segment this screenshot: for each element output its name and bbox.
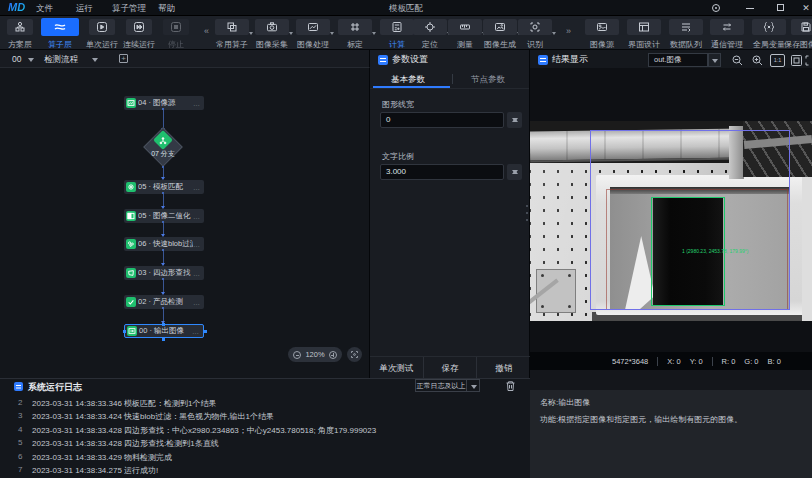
flow-node-binarization[interactable]: 05 · 图像二值化 …: [124, 209, 204, 223]
tab-separator: [452, 74, 453, 84]
flow-tab-id[interactable]: 00: [12, 54, 21, 64]
calculation-icon: [391, 21, 403, 33]
maximize-button[interactable]: [777, 4, 784, 11]
flow-node-template-match[interactable]: 05 · 模板匹配 …: [124, 180, 204, 194]
operator-layer-icon: [53, 21, 67, 33]
collapse-left-icon[interactable]: «: [204, 26, 209, 36]
minimize-button[interactable]: [746, 8, 754, 9]
positioning-button[interactable]: [413, 19, 447, 35]
expand-icon[interactable]: [804, 54, 812, 67]
node-menu-dots[interactable]: …: [193, 100, 201, 107]
add-flow-icon[interactable]: +: [119, 54, 128, 63]
recognition-label: 识别: [514, 39, 556, 50]
solution-layer-button[interactable]: [7, 19, 33, 35]
flow-fit-button[interactable]: [347, 347, 362, 362]
tab-node-params[interactable]: 节点参数: [471, 74, 505, 86]
output-select-arrow[interactable]: [708, 53, 721, 67]
image-info-bar: 5472*3648 X: 0 Y: 0 R: 0 G: 0 B: 0: [530, 352, 812, 370]
log-row[interactable]: 62023-03-31 14:38:33.429 物料检测完成: [0, 452, 530, 465]
pixel-r: R: 0: [722, 357, 736, 366]
text-scale-stepper[interactable]: [507, 164, 522, 180]
node-menu-dots[interactable]: …: [193, 213, 201, 220]
text-scale-input[interactable]: 3.000: [380, 164, 504, 180]
pixel-g: G: 0: [744, 357, 758, 366]
ui-design-button[interactable]: [627, 19, 661, 35]
operator-layer-button[interactable]: [41, 18, 79, 36]
clear-log-button[interactable]: [505, 380, 516, 392]
splitter-handle[interactable]: [526, 212, 528, 214]
image-acquisition-button[interactable]: [255, 19, 289, 35]
log-row[interactable]: 32023-03-31 14:38:33.424 快速blob过滤：黑色视为物件…: [0, 411, 530, 424]
log-filter-select[interactable]: 正常日志及以上: [415, 379, 467, 392]
splitter-handle[interactable]: [526, 219, 528, 221]
image-processing-button[interactable]: [296, 19, 330, 35]
single-test-button[interactable]: 单次测试: [370, 357, 423, 378]
line-width-input[interactable]: 0: [380, 112, 504, 128]
log-row[interactable]: 52023-03-31 14:38:33.428 四边形查找:检测到1条直线: [0, 438, 530, 451]
flow-node-blob-filter[interactable]: 06 · 快速blob过滤 …: [124, 237, 204, 251]
line-width-stepper[interactable]: [507, 112, 522, 128]
log-filter-arrow[interactable]: [467, 379, 480, 392]
image-generation-button[interactable]: [483, 19, 517, 35]
output-image-node-icon: [127, 326, 137, 336]
product-check-node-icon: [126, 297, 136, 307]
zoom-in-icon[interactable]: [751, 54, 764, 67]
log-row[interactable]: 72023-03-31 14:38:34.275 运行成功!: [0, 465, 530, 478]
recognition-button[interactable]: [518, 19, 552, 35]
node-label: 05 · 图像二值化: [138, 211, 193, 221]
parameter-panel-icon: [378, 55, 388, 65]
measurement-button[interactable]: [448, 19, 482, 35]
node-menu-dots[interactable]: …: [193, 270, 201, 277]
text-scale-label: 文字比例: [382, 151, 414, 162]
zoom-in-icon[interactable]: [329, 351, 337, 359]
calibration-button[interactable]: [338, 19, 372, 35]
data-queue-button[interactable]: [669, 19, 703, 35]
zoom-1-1-icon[interactable]: 1:1: [770, 54, 785, 67]
undo-button[interactable]: 撤销: [476, 357, 530, 378]
tab-basic-params[interactable]: 基本参数: [391, 74, 425, 86]
node-handle[interactable]: [162, 323, 165, 326]
zoom-out-icon[interactable]: [731, 54, 744, 67]
flow-node-product-check[interactable]: 02 · 产品检测 …: [124, 295, 204, 309]
run-once-button[interactable]: [89, 19, 115, 35]
node-handle[interactable]: [123, 330, 126, 333]
flow-title-dropdown-icon[interactable]: [92, 58, 98, 65]
flow-node-output-image[interactable]: 00 · 输出图像 …: [124, 324, 204, 338]
node-menu-dots[interactable]: …: [193, 184, 201, 191]
node-menu-dots[interactable]: …: [193, 241, 201, 248]
node-label: 00 · 输出图像: [139, 326, 192, 336]
ui-design-icon: [638, 21, 650, 33]
calculation-button[interactable]: [380, 19, 414, 35]
save-image-button[interactable]: [791, 19, 812, 35]
node-menu-dots[interactable]: …: [192, 328, 200, 335]
flow-tab-title[interactable]: 检测流程: [44, 54, 78, 66]
node-label: 06 · 快速blob过滤: [138, 239, 193, 249]
node-handle[interactable]: [204, 330, 207, 333]
splitter-handle[interactable]: [526, 205, 528, 207]
global-variable-icon: [763, 21, 775, 33]
log-row[interactable]: 22023-03-31 14:38:33.346 模板匹配：检测到1个结果: [0, 398, 530, 411]
node-menu-dots[interactable]: …: [193, 299, 201, 306]
save-button[interactable]: 保存: [423, 357, 477, 378]
output-select[interactable]: out.图像: [648, 53, 708, 67]
common-operators-button[interactable]: [215, 19, 249, 35]
log-row[interactable]: 42023-03-31 14:38:33.428 四边形查找：中心x2980.2…: [0, 425, 530, 438]
theme-icon[interactable]: [712, 4, 720, 12]
node-handle[interactable]: [162, 338, 165, 341]
line-width-label: 图形线宽: [382, 99, 414, 110]
zoom-out-icon[interactable]: [293, 351, 301, 359]
flow-id-dropdown-icon[interactable]: [28, 58, 34, 65]
image-source-button[interactable]: [585, 19, 619, 35]
communication-icon: [721, 21, 733, 33]
collapse-right-icon[interactable]: »: [566, 26, 571, 36]
global-variable-button[interactable]: [752, 19, 786, 35]
communication-button[interactable]: [710, 19, 744, 35]
flow-node-image-source[interactable]: 04 · 图像源 …: [124, 96, 204, 110]
photo-screw: [568, 305, 571, 308]
stop-button[interactable]: [163, 19, 189, 35]
flow-node-quad-find[interactable]: 03 · 四边形查找 …: [124, 266, 204, 280]
fit-image-icon[interactable]: [790, 54, 803, 67]
run-continuous-button[interactable]: [126, 19, 152, 35]
close-button[interactable]: ✕: [801, 4, 811, 13]
result-image[interactable]: 1 (2980.23, 2453.78, 179.99°): [530, 121, 812, 321]
